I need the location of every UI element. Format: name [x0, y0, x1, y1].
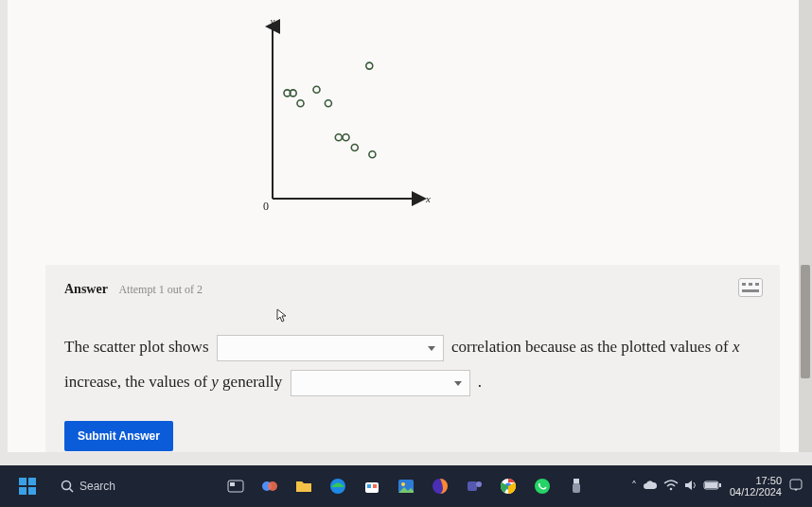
taskbar-clock[interactable]: 17:50 04/12/2024 [730, 475, 782, 498]
svg-rect-38 [573, 483, 580, 493]
edge-icon[interactable] [326, 474, 350, 498]
taskbar-tray: ˄ 17:50 04/12/2024 [631, 475, 803, 498]
svg-point-24 [268, 481, 277, 491]
sentence-part4: generally [222, 373, 282, 391]
search-placeholder: Search [79, 480, 115, 493]
clock-time: 17:50 [730, 475, 782, 486]
store-icon[interactable] [360, 474, 384, 498]
svg-rect-37 [574, 479, 579, 483]
var-y: y [211, 373, 219, 391]
taskbar: Search ˄ 17:50 04/12/2024 [0, 465, 812, 507]
volume-icon[interactable] [684, 480, 697, 494]
firefox-icon[interactable] [428, 474, 452, 498]
file-explorer-icon[interactable] [291, 474, 316, 498]
svg-text:x: x [425, 193, 431, 204]
usb-icon[interactable] [564, 474, 589, 498]
scroll-thumb[interactable] [801, 265, 810, 378]
clock-date: 04/12/2024 [730, 486, 782, 498]
sentence-part2: correlation because as the plotted value… [451, 338, 729, 356]
chrome-icon[interactable] [496, 474, 521, 498]
svg-point-11 [343, 134, 349, 141]
svg-rect-32 [468, 481, 477, 491]
trend-dropdown[interactable] [291, 370, 470, 396]
sentence-part3: increase, the values of [64, 373, 207, 391]
keyboard-icon[interactable] [738, 278, 763, 297]
search-icon [61, 480, 74, 493]
answer-label: Answer [64, 282, 108, 296]
svg-rect-42 [719, 483, 721, 487]
copilot-icon[interactable] [257, 474, 282, 498]
answer-sentence: The scatter plot shows correlation becau… [64, 329, 761, 400]
taskbar-pinned-apps [223, 474, 589, 498]
correlation-dropdown[interactable] [217, 335, 444, 361]
whatsapp-icon[interactable] [530, 474, 555, 498]
svg-point-7 [297, 100, 304, 107]
battery-icon[interactable] [703, 480, 722, 493]
svg-line-20 [70, 489, 74, 493]
page-content: y x 0 Answer Attempt 1 out of 2 The scat… [8, 0, 799, 452]
svg-point-9 [325, 100, 331, 107]
answer-header: Answer Attempt 1 out of 2 [64, 282, 761, 297]
chevron-up-icon[interactable]: ˄ [631, 480, 637, 493]
svg-point-36 [535, 479, 550, 494]
sentence-part1: The scatter plot shows [64, 338, 209, 356]
svg-point-8 [313, 86, 320, 93]
svg-rect-15 [19, 478, 26, 485]
cloud-icon[interactable] [643, 480, 658, 494]
svg-point-10 [335, 134, 342, 141]
svg-rect-41 [705, 482, 717, 488]
svg-text:y: y [270, 19, 275, 26]
svg-rect-27 [367, 484, 371, 488]
cursor-icon [276, 308, 288, 323]
submit-answer-button[interactable]: Submit Answer [64, 421, 173, 451]
svg-point-12 [351, 145, 358, 151]
svg-rect-18 [28, 487, 36, 495]
attempt-text: Attempt 1 out of 2 [118, 283, 203, 296]
svg-point-14 [369, 151, 376, 158]
svg-text:0: 0 [263, 200, 269, 213]
answer-panel: Answer Attempt 1 out of 2 The scatter pl… [45, 265, 780, 452]
svg-rect-22 [230, 482, 235, 486]
var-x: x [733, 338, 740, 356]
svg-rect-28 [373, 484, 377, 488]
scatter-plot: y x 0 [244, 19, 433, 218]
teams-icon[interactable] [462, 474, 486, 498]
svg-point-39 [670, 487, 673, 490]
svg-point-33 [476, 481, 482, 487]
task-view-icon[interactable] [223, 474, 248, 498]
svg-rect-16 [28, 478, 36, 485]
svg-point-30 [401, 482, 405, 486]
notifications-icon[interactable] [789, 479, 803, 495]
taskbar-search[interactable]: Search [51, 476, 125, 497]
photos-icon[interactable] [394, 474, 418, 498]
wifi-icon[interactable] [663, 480, 679, 494]
svg-rect-43 [790, 480, 802, 489]
vertical-scrollbar[interactable] [799, 0, 812, 452]
svg-rect-17 [19, 487, 26, 495]
start-button[interactable] [13, 472, 42, 500]
svg-point-13 [366, 62, 373, 69]
svg-point-19 [62, 481, 71, 490]
